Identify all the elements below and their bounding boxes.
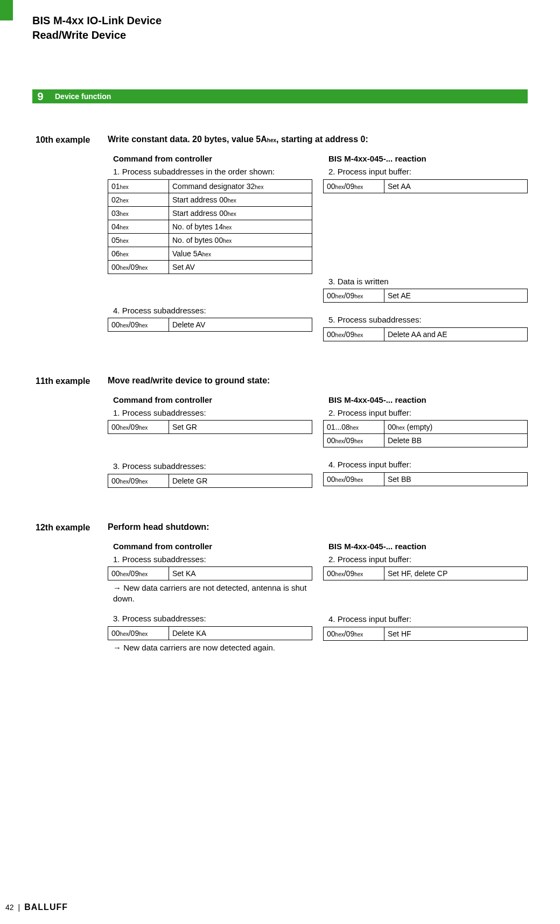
table-cell-address: 00hex/09hex [324,179,384,193]
table-cell-value: Delete KA [169,626,312,640]
example-11-left-heading: Command from controller [113,395,312,404]
example-10-right-table3: 00hex/09hexSet AE [323,289,528,303]
table-cell-value: Set GR [169,421,312,434]
table-cell-address: 00hex/09hex [324,327,384,341]
example-12-title: Perform head shutdown: [108,522,528,532]
table-cell-value: Command designator 32hex [169,179,312,193]
example-10-title-prefix: Write constant data. 20 bytes, value 5A [108,135,267,144]
brand-logo: BALLUFF [24,902,68,912]
table-cell-address: 00hex/09hex [324,434,384,447]
table-cell-value: Start address 00hex [169,193,312,206]
table-cell-address: 03hex [108,206,169,220]
table-row: 02hexStart address 00hex [108,193,312,206]
table-row: 00hex/09hexDelete AV [108,318,312,332]
section-header: 9 Device function [32,89,528,103]
example-12-label: 12th example [36,522,96,653]
table-row: 05hexNo. of bytes 00hex [108,233,312,247]
example-10-left-table1: 01hexCommand designator 32hex02hexStart … [108,179,312,274]
example-11: 11th example Move read/write device to g… [36,376,528,490]
example-11-left-table3: 00hex/09hexDelete GR [108,474,312,488]
example-12-left-table3: 00hex/09hexDelete KA [108,626,312,640]
footer: 42 | BALLUFF [5,902,68,912]
table-cell-address: 05hex [108,233,169,247]
table-cell-address: 00hex/09hex [324,472,384,486]
table-cell-address: 00hex/09hex [324,567,384,580]
table-cell-value: Set KA [169,567,312,580]
doc-title-line2: Read/Write Device [32,29,528,42]
example-12-step3: 3. Process subaddresses: [113,613,312,624]
table-row: 03hexStart address 00hex [108,206,312,220]
table-cell-address: 00hex/09hex [108,567,169,580]
example-10-step2: 2. Process input buffer: [328,166,528,177]
table-cell-value: Set BB [384,472,528,486]
table-cell-address: 00hex/09hex [108,626,169,640]
table-row: 00hex/09hexSet AV [108,260,312,274]
example-12-note2: → New data carriers are now detected aga… [113,642,312,653]
example-10-left-heading: Command from controller [113,154,312,163]
section-number: 9 [32,89,48,103]
table-cell-value: Set AE [384,289,528,303]
example-10-step1: 1. Process subaddresses in the order sho… [113,166,312,177]
example-11-label: 11th example [36,376,96,490]
table-cell-value: Delete AV [169,318,312,332]
table-cell-address: 00hex/09hex [108,318,169,332]
example-12-right-heading: BIS M-4xx-045-... reaction [328,542,528,551]
example-10-step5: 5. Process subaddresses: [328,314,528,325]
example-12-left-table1: 00hex/09hexSet KA [108,566,312,580]
example-12-step4: 4. Process input buffer: [328,614,528,625]
example-10: 10th example Write constant data. 20 byt… [36,135,528,344]
table-cell-value: Delete GR [169,474,312,487]
doc-title-line1: BIS M-4xx IO-Link Device [32,14,528,27]
table-row: 00hex/09hexDelete BB [324,434,528,447]
section-title: Device function [48,89,528,103]
table-cell-address: 01...08hex [324,421,384,434]
table-cell-value: Set HF, delete CP [384,567,528,580]
table-row: 00hex/09hexSet HF, delete CP [324,567,528,580]
table-row: 04hexNo. of bytes 14hex [108,220,312,233]
example-11-step4: 4. Process input buffer: [328,459,528,470]
page-number: 42 [5,903,14,912]
example-10-right-heading: BIS M-4xx-045-... reaction [328,154,528,163]
example-12-step2: 2. Process input buffer: [328,554,528,565]
table-row: 00hex/09hexSet GR [108,421,312,434]
table-cell-value: Value 5Ahex [169,247,312,260]
example-10-title-suffix: , starting at address 0: [276,135,368,144]
table-cell-address: 01hex [108,179,169,193]
table-row: 00hex/09hexSet AA [324,179,528,193]
table-row: 00hex/09hexSet BB [324,472,528,486]
example-11-right-table2: 01...08hex00hex (empty)00hex/09hexDelete… [323,420,528,447]
example-12-left-heading: Command from controller [113,542,312,551]
example-12-note1: → New data carriers are not detected, an… [113,583,312,604]
example-11-right-table4: 00hex/09hexSet BB [323,472,528,486]
example-10-step4: 4. Process subaddresses: [113,305,312,316]
table-cell-address: 00hex/09hex [108,421,169,434]
example-11-step1: 1. Process subaddresses: [113,408,312,418]
example-10-right-table5: 00hex/09hexDelete AA and AE [323,327,528,341]
table-cell-value: Start address 00hex [169,206,312,220]
table-row: 00hex/09hexSet HF [324,627,528,640]
example-10-right-table2: 00hex/09hexSet AA [323,179,528,193]
example-10-label: 10th example [36,135,96,344]
table-cell-value: No. of bytes 00hex [169,233,312,247]
table-row: 01hexCommand designator 32hex [108,179,312,193]
table-row: 00hex/09hexDelete AA and AE [324,327,528,341]
table-row: 00hex/09hexDelete GR [108,474,312,487]
example-10-left-table4: 00hex/09hexDelete AV [108,318,312,332]
table-row: 00hex/09hexSet AE [324,289,528,303]
example-12-right-table4: 00hex/09hexSet HF [323,627,528,641]
table-row: 00hex/09hexSet KA [108,567,312,580]
example-12-right-table2: 00hex/09hexSet HF, delete CP [323,566,528,580]
table-cell-value: Set AV [169,260,312,274]
table-row: 06hexValue 5Ahex [108,247,312,260]
table-cell-address: 02hex [108,193,169,206]
example-11-left-table1: 00hex/09hexSet GR [108,420,312,434]
table-cell-value: 00hex (empty) [384,421,528,434]
example-10-title-hex: hex [267,137,276,143]
table-row: 01...08hex00hex (empty) [324,421,528,434]
table-cell-value: Delete AA and AE [384,327,528,341]
example-11-right-heading: BIS M-4xx-045-... reaction [328,395,528,404]
example-10-step3: 3. Data is written [328,276,528,287]
example-11-step2: 2. Process input buffer: [328,408,528,418]
table-cell-value: Delete BB [384,434,528,447]
table-cell-value: No. of bytes 14hex [169,220,312,233]
